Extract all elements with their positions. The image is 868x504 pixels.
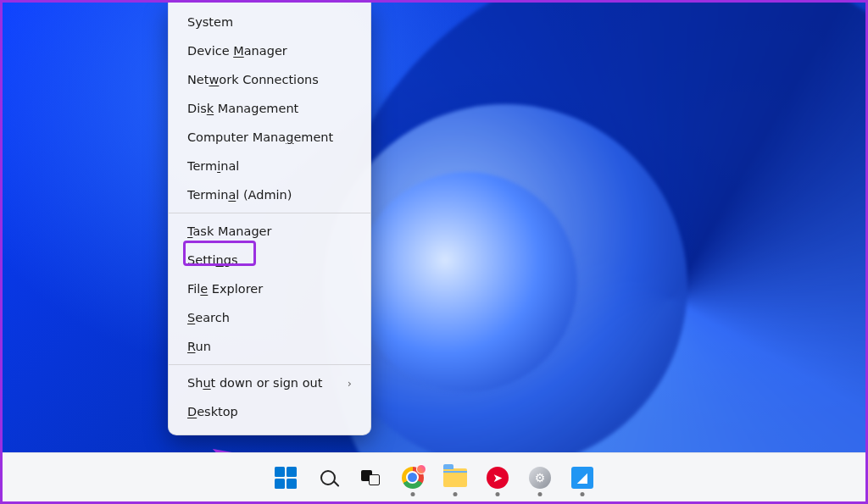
taskbar-app-file-explorer[interactable] xyxy=(441,463,470,492)
menu-separator xyxy=(169,364,370,365)
task-view-icon xyxy=(361,470,380,485)
taskbar-app-chrome[interactable] xyxy=(398,463,427,492)
menu-item-label: Task Manager xyxy=(187,224,271,238)
file-explorer-icon xyxy=(443,468,467,487)
menu-item-label: System xyxy=(187,15,233,29)
search-button[interactable] xyxy=(314,463,342,492)
gear-icon: ⚙ xyxy=(529,467,551,489)
menu-item-terminal-admin-[interactable]: Terminal (Admin) xyxy=(169,180,370,209)
windows-logo-icon xyxy=(275,467,297,489)
menu-item-label: Computer Management xyxy=(187,130,333,144)
menu-item-shut-down-or-sign-out[interactable]: Shut down or sign out› xyxy=(169,368,370,397)
taskbar-app-mail[interactable]: ➤ xyxy=(483,463,512,492)
menu-item-label: File Explorer xyxy=(187,282,263,296)
menu-item-label: Run xyxy=(187,340,211,353)
menu-item-settings[interactable]: Settings xyxy=(169,246,370,274)
taskbar: ➤ ⚙ ◢ xyxy=(3,452,865,501)
menu-item-device-manager[interactable]: Device Manager xyxy=(169,36,370,65)
taskbar-app-photos[interactable]: ◢ xyxy=(568,463,597,492)
photos-icon: ◢ xyxy=(571,467,593,489)
winx-menu: SystemDevice ManagerNetwork ConnectionsD… xyxy=(168,3,371,435)
menu-item-run[interactable]: Run xyxy=(169,332,370,361)
menu-item-file-explorer[interactable]: File Explorer xyxy=(169,274,370,303)
chrome-icon xyxy=(402,467,424,489)
search-icon xyxy=(320,470,336,485)
menu-item-label: Disk Management xyxy=(187,102,298,115)
menu-separator xyxy=(169,213,370,213)
menu-item-desktop[interactable]: Desktop xyxy=(169,397,370,426)
taskbar-app-settings[interactable]: ⚙ xyxy=(526,463,554,492)
menu-item-label: Settings xyxy=(187,253,238,267)
menu-item-label: Desktop xyxy=(187,405,238,418)
menu-item-system[interactable]: System xyxy=(169,8,370,36)
menu-item-label: Device Manager xyxy=(187,44,287,58)
chevron-right-icon: › xyxy=(348,377,352,390)
desktop-wallpaper xyxy=(3,3,865,452)
start-button[interactable] xyxy=(271,463,300,492)
menu-item-computer-management[interactable]: Computer Management xyxy=(169,123,370,152)
menu-item-label: Terminal (Admin) xyxy=(187,188,292,202)
menu-item-label: Terminal xyxy=(187,159,239,173)
menu-item-task-manager[interactable]: Task Manager xyxy=(169,217,370,246)
mail-icon: ➤ xyxy=(487,467,509,489)
menu-item-search[interactable]: Search xyxy=(169,303,370,332)
menu-item-label: Network Connections xyxy=(187,73,319,86)
menu-item-disk-management[interactable]: Disk Management xyxy=(169,94,370,123)
menu-item-network-connections[interactable]: Network Connections xyxy=(169,65,370,94)
menu-item-terminal[interactable]: Terminal xyxy=(169,152,370,180)
task-view-button[interactable] xyxy=(356,463,385,492)
menu-item-label: Shut down or sign out xyxy=(187,376,322,390)
menu-item-label: Search xyxy=(187,311,230,324)
